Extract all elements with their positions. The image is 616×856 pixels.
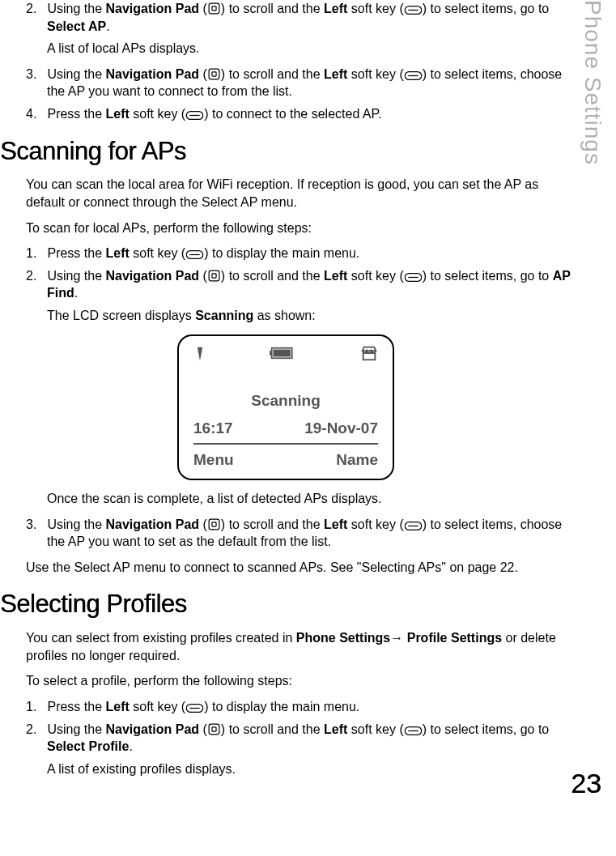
profiles-intro: You can select from existing profiles cr… — [0, 629, 571, 664]
lcd-softkeys: Menu Name — [193, 449, 378, 471]
page-number: 23 — [571, 765, 601, 803]
top-step-3: 3. Using the Navigation Pad () to scroll… — [0, 66, 571, 100]
softkey-icon — [185, 110, 204, 121]
navpad-icon — [207, 67, 221, 81]
top-steps: 2. Using the Navigation Pad () to scroll… — [0, 0, 571, 123]
lcd-datetime: 16:17 19-Nov-07 — [193, 418, 378, 439]
softkey-icon — [185, 249, 204, 260]
profiles-prompt: To select a profile, perform the followi… — [0, 672, 571, 690]
softkey-icon — [404, 5, 423, 15]
softkey-icon — [404, 726, 423, 736]
scan-outro: Use the Select AP menu to connect to sca… — [0, 559, 571, 577]
lcd-soft-left: Menu — [193, 449, 234, 471]
lcd-center-text: Scanning — [193, 390, 378, 411]
lcd-time: 16:17 — [193, 418, 233, 439]
signal-icon — [193, 344, 206, 367]
heading-scanning: Scanning for APs — [0, 134, 571, 168]
navpad-icon — [207, 722, 221, 736]
top-step-2: 2. Using the Navigation Pad () to scroll… — [0, 0, 571, 35]
heading-profiles: Selecting Profiles — [0, 587, 571, 621]
scan-step-2-sub: The LCD screen displays Scanning as show… — [0, 307, 571, 325]
profiles-step-2-sub: A list of existing profiles displays. — [0, 760, 571, 778]
scan-step-2: 2. Using the Navigation Pad () to scroll… — [0, 267, 571, 302]
scan-intro: You can scan the local area for WiFi rec… — [0, 176, 571, 211]
battery-icon — [270, 346, 297, 365]
navpad-icon — [207, 517, 221, 531]
lcd-screen: Scanning 16:17 19-Nov-07 Menu Name — [177, 334, 394, 481]
lcd-date: 19-Nov-07 — [304, 418, 378, 439]
lcd-soft-right: Name — [336, 449, 378, 471]
scan-prompt: To scan for local APs, perform the follo… — [0, 219, 571, 237]
softkey-icon — [404, 521, 423, 531]
top-step-4: 4. Press the Left soft key () to connect… — [0, 105, 571, 123]
scan-step-1: 1. Press the Left soft key () to display… — [0, 245, 571, 262]
profiles-step-1: 1. Press the Left soft key () to display… — [0, 698, 571, 716]
navpad-icon — [207, 2, 221, 15]
softkey-icon — [404, 70, 423, 81]
profiles-steps: 1. Press the Left soft key () to display… — [0, 698, 571, 777]
scan-step-3: 3. Using the Navigation Pad () to scroll… — [0, 516, 571, 551]
profiles-step-2: 2. Using the Navigation Pad () to scroll… — [0, 721, 571, 756]
lcd-status-bar — [193, 343, 378, 370]
softkey-icon — [404, 272, 423, 283]
lcd-divider — [193, 443, 378, 445]
softkey-icon — [185, 703, 204, 713]
scan-steps: 1. Press the Left soft key () to display… — [0, 245, 571, 551]
store-icon — [360, 344, 378, 367]
top-step-2-sub: A list of local APs displays. — [0, 40, 571, 57]
arrow-icon: → — [390, 631, 403, 645]
navpad-icon — [207, 269, 221, 283]
side-tab: Phone Settings — [577, 0, 608, 165]
scan-after-lcd: Once the scan is complete, a list of det… — [0, 490, 571, 508]
